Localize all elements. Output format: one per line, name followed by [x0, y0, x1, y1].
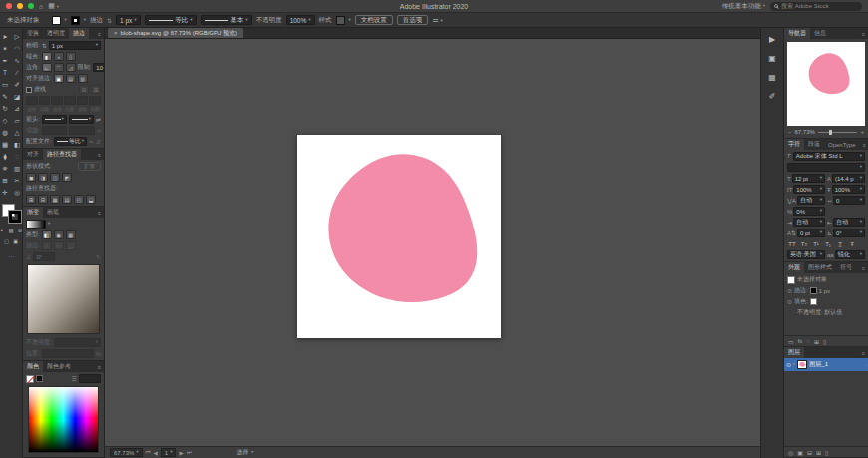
visibility-eye-icon[interactable]: ⊙	[787, 298, 792, 305]
minimize-window-button[interactable]	[17, 3, 23, 9]
stroke-across-icon[interactable]: ◡	[66, 241, 76, 250]
left-group3-tab-0[interactable]: 渐变	[23, 207, 43, 218]
weight-field[interactable]: 1 px▾	[49, 41, 101, 50]
stroke-chevron-icon[interactable]: ▾	[84, 18, 86, 23]
slider-knob[interactable]	[829, 130, 832, 135]
layer-expand-chevron-icon[interactable]: ▸	[793, 362, 795, 367]
magic-wand-tool-icon[interactable]: ✶	[0, 43, 10, 54]
navigator-zoom-slider[interactable]	[818, 132, 858, 133]
superscript-icon[interactable]: T¹	[811, 241, 821, 247]
reverse-gradient-icon[interactable]: ↻	[96, 253, 101, 260]
left-group1-tab-0[interactable]: 变换	[23, 28, 43, 39]
eyedropper-tool-icon[interactable]: ⧫	[0, 151, 10, 162]
home-icon[interactable]: ⌂	[39, 3, 43, 10]
blob-shape[interactable]	[297, 135, 501, 338]
stroke-within-icon[interactable]: ∕	[42, 241, 52, 250]
add-new-stroke-icon[interactable]: ▭	[788, 338, 794, 345]
document-tab[interactable]: × blob-shape.svg @ 67.73% (RGB/GPU 预览)	[108, 28, 243, 38]
font-family-dropdown[interactable]: Adobe 宋体 Std L▾	[793, 152, 865, 161]
character-tab-0[interactable]: 字符	[784, 139, 804, 150]
gradient-thumbnail[interactable]	[26, 220, 46, 229]
crop-icon[interactable]: ▤	[62, 195, 72, 204]
pencil-tool-icon[interactable]: ✎	[0, 91, 10, 102]
gradient-preview[interactable]	[27, 264, 100, 334]
scale-tool-icon[interactable]: ⊿	[12, 103, 22, 114]
blob-path[interactable]	[328, 154, 477, 302]
flip-across-icon[interactable]: ⇵	[96, 138, 101, 145]
width-profile-dropdown[interactable]: 等比▾	[145, 15, 197, 25]
direct-selection-tool-icon[interactable]: ▷	[12, 31, 22, 42]
miter-join-icon[interactable]: ∟	[42, 63, 52, 72]
style-chevron-icon[interactable]: ▾	[349, 18, 351, 23]
swap-arrowheads-icon[interactable]: ⇄	[96, 116, 101, 123]
status-options-chevron-icon[interactable]: ▸	[252, 450, 254, 455]
tracking-field[interactable]: 0▾	[833, 196, 865, 205]
tsume-right-field[interactable]: 自动▾	[833, 218, 865, 227]
character-rotation-field[interactable]: 0°▾	[833, 229, 865, 237]
stroke-weight-field[interactable]: 1 px▾	[116, 15, 141, 25]
edit-toolbar-icon[interactable]: ⋯	[8, 252, 14, 259]
duplicate-item-icon[interactable]: ⊞	[814, 338, 819, 345]
close-tab-icon[interactable]: ×	[114, 30, 118, 36]
arrowhead-start-dropdown[interactable]: ▾	[42, 115, 67, 124]
panel-menu-icon[interactable]: ≡	[95, 207, 104, 218]
lasso-tool-icon[interactable]: ◠	[12, 43, 22, 54]
font-style-dropdown[interactable]: ▾	[787, 163, 865, 172]
appearance-opacity-row[interactable]: 不透明度: 默认值	[797, 308, 842, 317]
fill-color-swatch[interactable]	[52, 16, 61, 25]
appearance-tab-1[interactable]: 图形样式	[804, 262, 836, 273]
hand-tool-icon[interactable]: ✛	[0, 187, 10, 198]
screen-mode-icon[interactable]: ▣	[12, 237, 19, 244]
brush-definition-dropdown[interactable]: 基本▾	[201, 15, 252, 25]
previous-artboard-icon[interactable]: ◀	[154, 450, 158, 456]
minus-back-icon[interactable]: ⬓	[86, 195, 96, 204]
delete-layer-icon[interactable]: ▯	[825, 449, 828, 456]
navigator-tab-1[interactable]: 信息	[810, 28, 830, 39]
none-color-swatch[interactable]	[26, 375, 34, 383]
properties-panel-icon[interactable]: ▶	[765, 33, 779, 45]
layer-thumbnail[interactable]	[797, 360, 807, 369]
exclude-icon[interactable]: ◩	[62, 173, 72, 182]
clear-appearance-icon[interactable]: ◌	[806, 338, 810, 344]
swatches-panel-icon[interactable]: ▦	[765, 71, 779, 83]
color-mode-icon[interactable]: ▪	[0, 227, 6, 233]
rectangle-tool-icon[interactable]: ▭	[0, 79, 10, 90]
vertical-scale-field[interactable]: 100%▾	[793, 185, 825, 194]
appearance-fill-swatch[interactable]	[810, 298, 817, 305]
unite-icon[interactable]: ◼	[26, 173, 36, 182]
trim-icon[interactable]: ⊟	[38, 195, 48, 204]
zoom-out-icon[interactable]: −	[788, 129, 792, 135]
fill-stroke-indicator[interactable]	[2, 204, 21, 223]
round-join-icon[interactable]: ⌒	[54, 63, 64, 72]
last-artboard-icon[interactable]: ⏭	[187, 449, 192, 456]
add-new-effect-icon[interactable]: fx	[798, 338, 803, 344]
link-scale-icon[interactable]: ∞	[97, 128, 101, 134]
layer-row[interactable]: ⊙ ▸ 图层_1 ◦	[784, 358, 868, 371]
kerning-field[interactable]: 自动▾	[797, 196, 825, 205]
panel-menu-icon[interactable]: ≡	[95, 28, 104, 39]
projecting-cap-icon[interactable]: ▯	[66, 52, 76, 61]
antialias-dropdown[interactable]: 锐化▾	[835, 250, 865, 259]
weight-stepper-icon[interactable]: ⇅	[42, 42, 47, 49]
opacity-field[interactable]: 100%▾	[286, 15, 315, 25]
align-dash-icon[interactable]: ⊞	[91, 85, 101, 94]
left-group2-tab-1[interactable]: 路径查找器	[43, 149, 81, 160]
gap-field[interactable]	[64, 96, 76, 105]
next-artboard-icon[interactable]: ▶	[179, 450, 183, 456]
left-group4-tab-1[interactable]: 颜色参考	[43, 361, 75, 372]
left-group4-tab-0[interactable]: 颜色	[23, 361, 43, 372]
align-options-icon[interactable]: ⚌ ▾	[432, 16, 443, 24]
column-graph-tool-icon[interactable]: ▥	[12, 163, 22, 174]
rotate-tool-icon[interactable]: ↻	[0, 103, 10, 114]
subscript-icon[interactable]: T₁	[823, 241, 833, 247]
slice-tool-icon[interactable]: ✂	[12, 175, 22, 186]
canvas[interactable]	[105, 39, 760, 446]
scale-end-field[interactable]	[69, 126, 95, 135]
linear-gradient-icon[interactable]: ◧	[42, 230, 52, 239]
arrowhead-end-dropdown[interactable]: ▾	[69, 115, 94, 124]
paintbrush-tool-icon[interactable]: ✐	[12, 79, 22, 90]
horizontal-scale-field[interactable]: 100%▾	[832, 185, 865, 194]
locate-object-icon[interactable]: ◎	[788, 449, 793, 456]
butt-cap-icon[interactable]: ▮	[42, 52, 52, 61]
stroke-along-icon[interactable]: ◠	[54, 241, 64, 250]
